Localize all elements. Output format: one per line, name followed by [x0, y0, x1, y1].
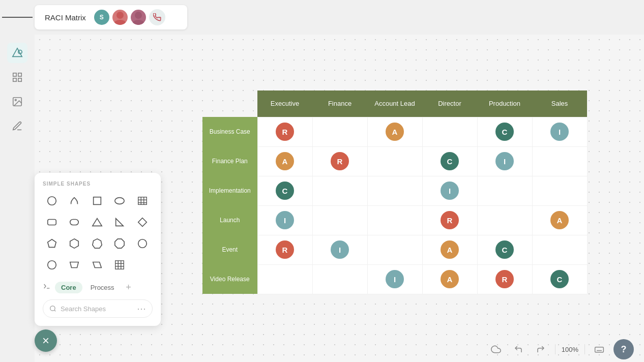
heptagon-shape[interactable] — [88, 234, 106, 253]
grid2-shape[interactable] — [110, 256, 129, 274]
rounded-rect-shape[interactable] — [43, 213, 61, 231]
shapes-grid — [43, 192, 153, 274]
cell-fp-finance[interactable]: R — [312, 146, 367, 176]
cell-bc-executive[interactable]: R — [257, 117, 312, 146]
cell-launch-finance[interactable] — [312, 205, 367, 235]
ellipse-shape[interactable] — [110, 192, 129, 210]
table-row: Video Release I A R C — [202, 264, 587, 294]
cell-vr-finance[interactable] — [312, 264, 367, 294]
cell-impl-production[interactable] — [477, 176, 532, 205]
svg-marker-31 — [70, 262, 79, 268]
cell-fp-director[interactable]: C — [422, 146, 477, 176]
table-shape[interactable] — [133, 192, 152, 210]
cell-impl-account-lead[interactable] — [367, 176, 422, 205]
sidebar-grid-icon[interactable] — [7, 67, 27, 87]
svg-point-39 — [50, 306, 55, 311]
arc-shape[interactable] — [65, 192, 83, 210]
circle-shape[interactable] — [43, 192, 61, 210]
cell-fp-executive[interactable]: A — [257, 146, 312, 176]
circle3-shape[interactable] — [43, 256, 61, 274]
octagon-shape[interactable] — [110, 234, 129, 253]
cell-fp-production[interactable]: I — [477, 146, 532, 176]
cell-event-finance[interactable]: I — [312, 235, 367, 264]
tab-core[interactable]: Core — [55, 282, 82, 293]
menu-button[interactable] — [0, 0, 35, 35]
triangle-shape[interactable] — [88, 213, 106, 231]
parallelogram-shape[interactable] — [88, 256, 106, 274]
cell-bc-production[interactable]: C — [477, 117, 532, 146]
cell-bc-sales[interactable]: I — [532, 117, 587, 146]
raci-table-container: Executive Finance Account Lead Director … — [202, 90, 588, 294]
cell-event-production[interactable]: C — [477, 235, 532, 264]
svg-rect-33 — [115, 261, 124, 269]
tab-process[interactable]: Process — [84, 282, 121, 293]
svg-marker-22 — [93, 219, 102, 226]
row-header-implementation: Implementation — [202, 176, 257, 205]
raci-table: Executive Finance Account Lead Director … — [202, 90, 588, 294]
diamond-shape[interactable] — [133, 213, 152, 231]
cell-fp-sales[interactable] — [532, 146, 587, 176]
shape-panel: SIMPLE SHAPES — [35, 173, 161, 326]
cell-launch-executive[interactable]: I — [257, 205, 312, 235]
avatar-1: S — [94, 10, 109, 25]
cell-vr-executive[interactable] — [257, 264, 312, 294]
cell-impl-director[interactable]: I — [422, 176, 477, 205]
redo-icon[interactable] — [533, 341, 549, 357]
cell-impl-sales[interactable] — [532, 176, 587, 205]
fab-close-button[interactable]: × — [35, 329, 57, 352]
pentagon-shape[interactable] — [43, 234, 61, 253]
svg-point-2 — [135, 12, 142, 19]
cell-fp-account-lead[interactable] — [367, 146, 422, 176]
svg-marker-26 — [70, 239, 79, 248]
sidebar-draw-icon[interactable] — [7, 116, 27, 136]
search-more-icon[interactable]: ⋯ — [137, 303, 146, 314]
keyboard-icon[interactable] — [591, 341, 607, 357]
sidebar-image-icon[interactable] — [7, 92, 27, 112]
cell-event-executive[interactable]: R — [257, 235, 312, 264]
row-header-event: Event — [202, 235, 257, 264]
svg-rect-41 — [595, 347, 604, 352]
trapezoid-shape[interactable] — [65, 256, 83, 274]
circle2-shape[interactable] — [133, 234, 152, 253]
cell-launch-sales[interactable]: A — [532, 205, 587, 235]
title-bar: RACI Matrix S — [35, 5, 187, 29]
call-button[interactable] — [149, 9, 165, 25]
divider2 — [584, 344, 585, 354]
cell-vr-account-lead[interactable]: I — [367, 264, 422, 294]
square-shape[interactable] — [88, 192, 106, 210]
sidebar-shapes-icon[interactable] — [7, 43, 27, 63]
hexagon-shape[interactable] — [65, 234, 83, 253]
table-row: Launch I R A — [202, 205, 587, 235]
rounded-rect2-shape[interactable] — [65, 213, 83, 231]
cell-vr-director[interactable]: A — [422, 264, 477, 294]
svg-rect-6 — [13, 73, 16, 76]
right-triangle-shape[interactable] — [110, 213, 129, 231]
cell-impl-executive[interactable]: C — [257, 176, 312, 205]
svg-point-14 — [115, 198, 124, 204]
shape-search-bar[interactable]: Search Shapes ⋯ — [43, 299, 153, 318]
panel-settings-icon[interactable] — [43, 282, 51, 292]
table-row: Implementation C I — [202, 176, 587, 205]
col-header-director: Director — [422, 90, 477, 117]
svg-rect-13 — [93, 197, 101, 205]
svg-point-29 — [138, 239, 147, 248]
undo-icon[interactable] — [510, 341, 526, 357]
left-sidebar — [0, 35, 35, 362]
document-title: RACI Matrix — [45, 13, 86, 22]
cell-event-sales[interactable] — [532, 235, 587, 264]
cell-launch-production[interactable] — [477, 205, 532, 235]
cell-event-director[interactable]: A — [422, 235, 477, 264]
tab-add-button[interactable]: + — [123, 281, 135, 293]
search-input[interactable]: Search Shapes — [61, 305, 133, 313]
cell-bc-finance[interactable] — [312, 117, 367, 146]
help-button[interactable]: ? — [613, 339, 634, 359]
cell-bc-director[interactable] — [422, 117, 477, 146]
cell-impl-finance[interactable] — [312, 176, 367, 205]
cell-bc-account-lead[interactable]: A — [367, 117, 422, 146]
cell-event-account-lead[interactable] — [367, 235, 422, 264]
cell-launch-account-lead[interactable] — [367, 205, 422, 235]
cell-launch-director[interactable]: R — [422, 205, 477, 235]
cloud-icon[interactable] — [488, 341, 504, 357]
cell-vr-production[interactable]: R — [477, 264, 532, 294]
cell-vr-sales[interactable]: C — [532, 264, 587, 294]
